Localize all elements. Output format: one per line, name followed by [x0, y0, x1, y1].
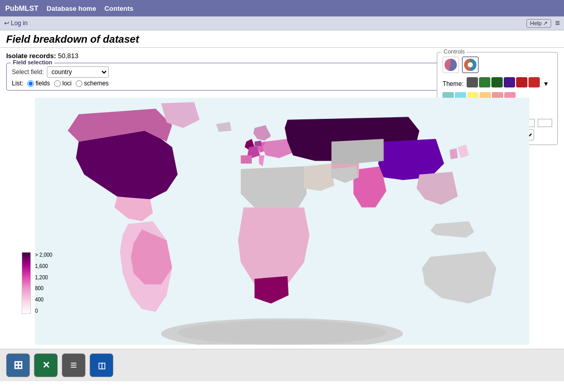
legend-label-4: 400 [35, 297, 53, 302]
fields-radio[interactable] [27, 80, 34, 87]
loci-radio[interactable] [54, 80, 61, 87]
map-container: > 2,000 1,600 1,200 800 400 0 [6, 98, 558, 345]
isolate-count: 50,813 [58, 52, 78, 60]
chart-type-row [442, 57, 552, 73]
contents-link[interactable]: Contents [105, 5, 133, 12]
main-content: Isolate records: 50,813 Field selection … [0, 48, 564, 349]
legend-label-2: 1,200 [35, 275, 53, 280]
legend-label-3: 800 [35, 286, 53, 291]
sub-nav-left: ↩ Log in [4, 20, 28, 27]
middle-east [304, 164, 334, 191]
controls-legend: Controls [441, 48, 467, 55]
color-swatch-0[interactable] [467, 77, 478, 87]
color-swatch-2[interactable] [491, 77, 503, 87]
field-select[interactable]: country [47, 66, 109, 78]
select-field-label: Select field: [12, 68, 44, 76]
page-title: Field breakdown of dataset [6, 33, 558, 45]
field-selection-legend: Field selection [11, 59, 54, 65]
donut-chart-button[interactable] [462, 57, 478, 73]
external-link-icon: ↗ [543, 20, 548, 27]
theme-label: Theme: [442, 80, 464, 87]
sub-nav-right: Help ↗ ≡ [526, 19, 560, 28]
menu-icon[interactable]: ≡ [555, 19, 560, 28]
legend-label-5: 0 [35, 308, 53, 314]
map-legend: > 2,000 1,600 1,200 800 400 0 [22, 252, 53, 314]
loci-radio-label[interactable]: loci [54, 80, 72, 87]
bottom-bar: ⊞ ✕ ≡ ◫ [0, 349, 564, 381]
legend-gradient [22, 252, 31, 314]
antarctica-inner [178, 320, 386, 345]
world-map [6, 98, 558, 345]
color-swatch-4[interactable] [516, 77, 527, 87]
pie-icon [445, 59, 457, 71]
database-home-link[interactable]: Database home [47, 5, 96, 12]
sub-nav: ↩ Log in Help ↗ ≡ [0, 16, 564, 30]
color-swatch-5[interactable] [528, 77, 540, 87]
legend-label-0: > 2,000 [35, 252, 53, 258]
export-excel-button[interactable]: ✕ [34, 353, 58, 377]
legend-labels: > 2,000 1,600 1,200 800 400 0 [35, 252, 53, 314]
page-title-bar: Field breakdown of dataset [0, 30, 564, 48]
schemes-option-label: schemes [84, 80, 109, 87]
fields-radio-label[interactable]: fields [27, 80, 50, 87]
loci-option-label: loci [62, 80, 72, 87]
text-icon: ≡ [71, 359, 77, 372]
korea [450, 148, 458, 159]
schemes-radio[interactable] [76, 80, 82, 87]
presentation-icon: ◫ [98, 361, 106, 370]
legend-label-1: 1,600 [35, 263, 53, 269]
login-label: Log in [11, 20, 28, 27]
excel-icon: ✕ [42, 360, 50, 371]
table-icon: ⊞ [13, 359, 23, 372]
export-table-button[interactable]: ⊞ [6, 353, 30, 377]
export-presentation-button[interactable]: ◫ [90, 353, 113, 377]
login-link[interactable]: ↩ Log in [4, 20, 28, 27]
color-swatch-3[interactable] [504, 77, 515, 87]
north-africa [241, 166, 307, 210]
schemes-radio-label[interactable]: schemes [76, 80, 109, 87]
theme-row: Theme: ▼ [442, 77, 552, 91]
export-text-button[interactable]: ≡ [62, 353, 86, 377]
help-label: Help [530, 20, 542, 26]
fields-option-label: fields [36, 80, 50, 87]
donut-icon [464, 59, 476, 71]
login-icon: ↩ [4, 20, 9, 27]
isolate-label: Isolate records: [6, 52, 56, 60]
spain [241, 155, 252, 164]
central-asia [332, 139, 384, 164]
theme-chevron-icon[interactable]: ▼ [543, 80, 549, 87]
theme-color-grid [467, 77, 540, 87]
help-button[interactable]: Help ↗ [526, 19, 551, 28]
color-swatch-1[interactable] [479, 77, 490, 87]
list-label: List: [12, 80, 23, 87]
top-nav: PubMLST Database home Contents [0, 0, 564, 16]
brand-link[interactable]: PubMLST [5, 4, 39, 12]
pie-chart-button[interactable] [442, 57, 459, 73]
